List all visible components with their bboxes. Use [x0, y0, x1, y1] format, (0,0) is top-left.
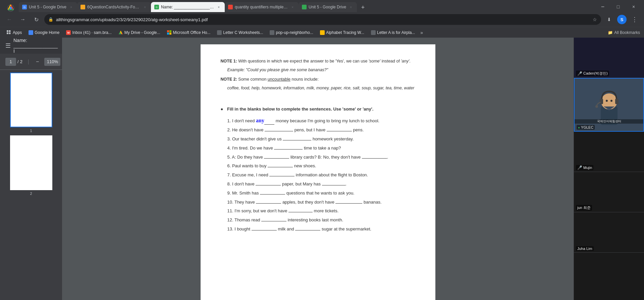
ex3-text: 3. Our teacher didn't give us homework y…	[227, 136, 354, 141]
letter-c-favicon	[217, 30, 222, 35]
pdf-content-wrapper[interactable]: NOTE 1: With questions in which we expec…	[62, 38, 574, 300]
ex7-text: 7. Excuse me, I need information about t…	[227, 172, 368, 177]
minimize-button[interactable]: −	[595, 1, 610, 12]
ex1-answer: any	[256, 118, 264, 123]
svg-point-22	[595, 105, 598, 108]
yglec-name-text: YGLEC	[581, 125, 593, 129]
exercise-list: 1. I don't need any money because I'm go…	[227, 116, 415, 233]
svg-rect-8	[7, 32, 8, 34]
yglec-sublabel: 국제언어체험센터	[575, 119, 643, 124]
yglec-person-svg	[592, 85, 626, 125]
svg-text:G: G	[156, 6, 157, 8]
bookmark-letter-c-label: Letter C Worksheets...	[223, 30, 263, 35]
sidebar-menu-icon[interactable]: ☰	[5, 42, 11, 49]
ex9-text: 9. Mr. Smith has questions that he wants…	[227, 190, 355, 196]
svg-rect-7	[9, 30, 11, 32]
bookmark-inbox-label: Inbox (41) · sam.bra...	[72, 30, 111, 35]
forward-button[interactable]: →	[17, 14, 28, 25]
tab-name-pdf[interactable]: G Name: _________________ I ×	[151, 2, 225, 12]
download-button[interactable]: ⬇	[604, 14, 614, 25]
page-number-input[interactable]	[5, 58, 16, 66]
drive-favicon	[118, 30, 123, 35]
tab-6question[interactable]: 6QuestionCardsActivity-Food ... ×	[77, 2, 151, 12]
ex12-text: 12. Thomas read interesting books last m…	[227, 217, 343, 222]
menu-button[interactable]: ⋮	[629, 14, 640, 25]
ex4-text: 4. I'm tired. Do we have time to take a …	[227, 145, 341, 151]
tab-close-2[interactable]: ×	[142, 4, 148, 10]
all-bookmarks-button[interactable]: 📁 All Bookmarks	[608, 30, 640, 35]
svg-text:G: G	[23, 6, 25, 9]
svg-text:M: M	[67, 31, 70, 34]
nav-bar: ← → ↻ 🔒 allthingsgrammar.com/uploads/2/3…	[0, 12, 644, 27]
tab-favicon-3: G	[154, 5, 159, 9]
participant-jun: jun 최준	[574, 172, 644, 212]
note-2-nouns: coffee, food, help, homework, informatio…	[227, 85, 415, 91]
svg-rect-9	[9, 32, 11, 34]
tab-unit5-drive-1[interactable]: G Unit 5 - Google Drive ×	[19, 2, 77, 12]
participant-caden: 🎤 Caden(박경민)	[574, 38, 644, 78]
tab-unit5-drive-2[interactable]: Unit 5 - Google Drive ×	[299, 2, 357, 12]
page-total: 2	[20, 59, 22, 64]
bookmark-letter-c[interactable]: Letter C Worksheets...	[214, 29, 266, 37]
popup-favicon	[270, 30, 274, 35]
pdf-sidebar-header: ☰ Name: _________________ I	[0, 38, 62, 54]
bookmark-letter-a[interactable]: Letter A is for Airpla...	[368, 29, 418, 37]
bookmark-my-drive[interactable]: My Drive - Google...	[116, 29, 163, 37]
page-separator: /	[17, 59, 19, 64]
close-window-button[interactable]: ×	[626, 1, 641, 12]
new-tab-button[interactable]: +	[358, 3, 368, 12]
address-bar[interactable]: 🔒 allthingsgrammar.com/uploads/2/3/2/9/2…	[44, 14, 601, 25]
tab-quantifiers[interactable]: quantity quantifiers multiple c... ×	[225, 2, 299, 12]
exercise-1: 1. I don't need any money because I'm go…	[227, 116, 415, 125]
bookmark-google-home[interactable]: Google Home	[26, 29, 62, 37]
google-home-favicon	[29, 30, 33, 35]
exercise-3: 3. Our teacher didn't give us homework y…	[227, 136, 415, 143]
ex5-text: 5. A: Do they have library cards? B: No,…	[227, 155, 388, 160]
exercise-4: 4. I'm tired. Do we have time to take a …	[227, 145, 415, 152]
apps-icon	[7, 30, 11, 35]
svg-rect-15	[169, 30, 171, 32]
mujin-name-label: 🎤 Mujin	[576, 165, 593, 170]
back-button[interactable]: ←	[4, 14, 15, 25]
note-2: NOTE 2: Some common uncountable nouns in…	[221, 76, 415, 83]
exercise-2: 2. He doesn't have pens, but I have pens…	[227, 127, 415, 134]
juha-name-label: Juha Lim	[576, 246, 594, 251]
tab-title-5: Unit 5 - Google Drive	[309, 5, 346, 9]
bookmark-alphabet[interactable]: Alphabet Tracing W...	[317, 29, 367, 37]
svg-rect-21	[615, 99, 619, 104]
mujin-name-text: Mujin	[583, 166, 592, 170]
zoom-out-button[interactable]: −	[35, 57, 40, 66]
tab-close-5[interactable]: ×	[348, 4, 354, 10]
ex10-text: 10. They have apples, but they don't hav…	[227, 200, 382, 205]
bookmarks-more-button[interactable]: »	[419, 30, 424, 35]
tab-title-2: 6QuestionCardsActivity-Food ...	[87, 5, 140, 9]
note1-label: NOTE 1:	[221, 59, 237, 63]
ex2-text: 2. He doesn't have pens, but I have pens…	[227, 127, 364, 132]
bookmark-star-icon[interactable]: ☆	[593, 17, 597, 22]
reload-button[interactable]: ↻	[31, 14, 42, 25]
pdf-thumb-img-2	[10, 135, 52, 190]
exercise-13: 13. I bought milk and sugar at the super…	[227, 226, 415, 233]
maximize-button[interactable]: □	[610, 1, 626, 12]
tab-close-3[interactable]: ×	[216, 4, 221, 10]
profile-button[interactable]: S	[617, 15, 627, 24]
exercise-12: 12. Thomas read interesting books last m…	[227, 217, 415, 224]
pdf-thumbnail-2[interactable]: 2	[10, 135, 52, 196]
svg-rect-17	[169, 33, 171, 35]
pdf-thumb-img-1	[10, 73, 52, 127]
ex6-text: 6. Paul wants to buy new shoes.	[227, 163, 316, 168]
tab-close-1[interactable]: ×	[68, 4, 74, 10]
bookmark-popup[interactable]: pop-up-neighborho...	[267, 29, 316, 37]
participant-yglec: ● YGLEC 국제언어체험센터	[574, 78, 644, 132]
bookmark-apps[interactable]: Apps	[4, 29, 24, 37]
pdf-title-sidebar: Name: _________________ I	[13, 38, 58, 54]
video-sidebar: 🎤 Caden(박경민)	[574, 38, 644, 300]
tab-close-4[interactable]: ×	[290, 4, 295, 10]
pdf-thumbnail-1[interactable]: 1	[10, 73, 52, 133]
bookmark-inbox[interactable]: M Inbox (41) · sam.bra...	[63, 29, 114, 37]
zoom-input[interactable]	[44, 58, 60, 66]
pdf-thumb-num-2: 2	[30, 191, 32, 196]
caden-name-label: 🎤 Caden(박경민)	[576, 71, 609, 76]
bookmark-microsoft[interactable]: Microsoft Office Ho...	[164, 29, 213, 37]
bookmark-apps-label: Apps	[13, 30, 22, 35]
